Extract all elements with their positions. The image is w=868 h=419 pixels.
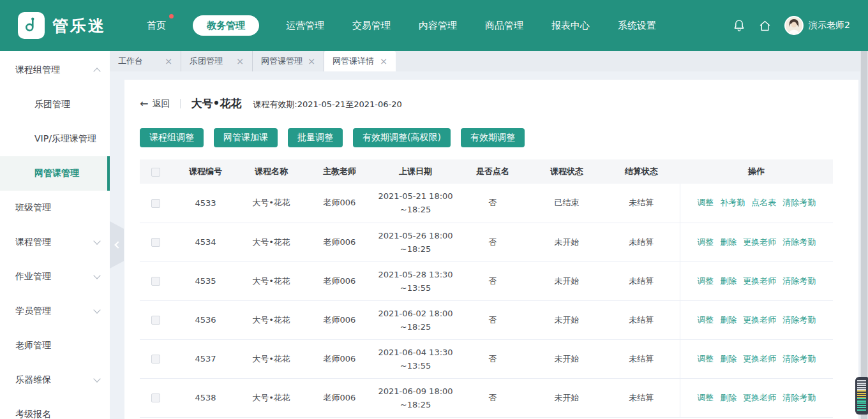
topbar-right-cluster: 演示老师2 [733,16,850,35]
home-icon[interactable] [758,19,772,33]
vertical-scrollbar[interactable] [860,51,868,419]
row-action-link[interactable]: 更换老师 [743,276,776,286]
sidebar-item[interactable]: 课程组管理 [0,53,110,87]
close-icon[interactable]: × [376,57,387,66]
row-action-link[interactable]: 清除考勤 [782,393,816,402]
workspace-tab[interactable]: 网管课详情 × [324,51,396,71]
row-action-link[interactable]: 调整 [697,237,714,247]
row-action-link[interactable]: 删除 [720,393,737,402]
row-checkbox[interactable] [151,238,160,247]
row-action-link[interactable]: 补考勤 [720,198,745,207]
row-checkbox[interactable] [151,277,160,286]
row-action-link[interactable]: 调整 [697,315,714,325]
row-action-link[interactable]: 更换老师 [743,354,776,364]
topnav-item[interactable]: 教务管理 [193,15,259,36]
row-action-link[interactable]: 删除 [720,354,737,364]
cell-course-name: 大号•花花 [239,261,303,300]
music-note-icon [23,16,40,35]
sidebar-item[interactable]: 作业管理 [0,260,110,294]
scrollbar-thumb[interactable] [861,51,867,419]
workspace-tab[interactable]: 工作台 × [110,51,181,71]
toolbar-button[interactable]: 有效期调整(高权限) [353,128,451,147]
row-action-link[interactable]: 清除考勤 [782,198,816,207]
cell-rollcall: 否 [455,261,530,300]
cell-course-id: 4536 [172,300,239,339]
row-action-link[interactable]: 更换老师 [743,237,776,247]
cell-actions: 调整删除更换老师清除考勤 [680,339,833,378]
row-action-link[interactable]: 调整 [697,198,714,207]
tab-label: 工作台 [118,55,143,67]
topnav-item-label: 首页 [147,20,166,32]
row-action-link[interactable]: 更换老师 [743,315,776,325]
row-checkbox[interactable] [151,393,160,402]
topnav-item[interactable]: 系统设置 [617,15,657,36]
cell-course-id: 4535 [172,261,239,300]
sidebar-item[interactable]: 乐团管理 [0,87,110,122]
toolbar-button[interactable]: 网管课加课 [214,128,278,147]
toolbar-button[interactable]: 批量调整 [288,128,343,147]
cell-status: 未开始 [530,339,603,378]
chevron-down-icon [93,306,100,313]
close-icon[interactable]: × [304,57,315,66]
topnav-item[interactable]: 运营管理 [285,15,326,36]
back-button[interactable]: ← 返回 [140,98,170,110]
workspace-tab[interactable]: 网管课管理 × [253,51,324,71]
user-menu[interactable]: 演示老师2 [784,16,850,35]
workspace-tab[interactable]: 乐团管理 × [181,51,253,71]
row-checkbox[interactable] [151,355,160,364]
sidebar-item[interactable]: VIP/乐理课管理 [0,122,110,156]
topnav-item[interactable]: 商品管理 [484,15,525,36]
cell-actions: 调整删除更换老师清除考勤 [680,261,833,300]
row-action-link[interactable]: 删除 [720,276,737,286]
close-icon[interactable]: × [232,57,244,66]
sidebar-item[interactable]: 课程管理 [0,225,110,260]
sidebar-item-label: 乐团管理 [34,99,70,110]
col-header-course-id: 课程编号 [172,159,239,184]
bell-icon[interactable] [733,18,745,33]
sidebar-item[interactable]: 网管课管理 [0,156,110,191]
cell-settlement: 未结算 [603,184,680,223]
brand-logo[interactable] [18,12,45,39]
row-action-link[interactable]: 清除考勤 [782,354,816,364]
cell-rollcall: 否 [455,378,530,417]
row-action-link[interactable]: 调整 [697,276,714,286]
sidebar-collapse-handle[interactable] [110,221,124,268]
row-action-link[interactable]: 删除 [720,315,737,325]
sidebar-item[interactable]: 班级管理 [0,191,110,225]
row-action-link[interactable]: 点名表 [751,198,776,207]
row-action-link[interactable]: 清除考勤 [782,315,816,325]
row-action-link[interactable]: 更换老师 [743,393,776,402]
page-title: 大号•花花 [191,96,241,111]
cell-actions: 调整删除更换老师清除考勤 [680,300,833,339]
cell-actions: 调整删除更换老师清除考勤 [680,378,833,417]
row-action-link[interactable]: 调整 [697,393,714,402]
topnav-item-label: 报表中心 [551,20,590,32]
row-checkbox[interactable] [151,199,160,208]
toolbar-button[interactable]: 有效期调整 [461,128,525,147]
sidebar-item[interactable]: 学员管理 [0,294,110,328]
row-action-link[interactable]: 清除考勤 [782,276,816,286]
sidebar-item[interactable]: 考级报名 [0,397,110,419]
topnav-item-label: 教务管理 [207,20,245,32]
chevron-up-icon [93,68,100,75]
row-action-link[interactable]: 删除 [720,237,737,247]
topnav-item[interactable]: 首页 [146,15,167,36]
sidebar-item-label: 网管课管理 [34,168,79,179]
select-all-checkbox[interactable] [151,168,160,177]
col-header-rollcall: 是否点名 [455,159,530,184]
cell-status: 已结束 [530,184,603,223]
cell-course-id: 4538 [172,378,239,417]
cell-teacher: 老师006 [303,378,376,417]
toolbar-button[interactable]: 课程组调整 [140,128,204,147]
sidebar-item[interactable]: 乐器维保 [0,363,110,397]
floating-striped-widget[interactable] [855,377,868,415]
row-checkbox[interactable] [151,316,160,325]
topnav-item[interactable]: 报表中心 [550,15,591,36]
close-icon[interactable]: × [161,57,172,66]
topnav-item[interactable]: 交易管理 [351,15,392,36]
topnav-item[interactable]: 内容管理 [417,15,458,36]
row-action-link[interactable]: 调整 [697,354,714,364]
cell-course-id: 4534 [172,223,239,261]
sidebar-item[interactable]: 老师管理 [0,328,110,363]
row-action-link[interactable]: 清除考勤 [782,237,816,247]
